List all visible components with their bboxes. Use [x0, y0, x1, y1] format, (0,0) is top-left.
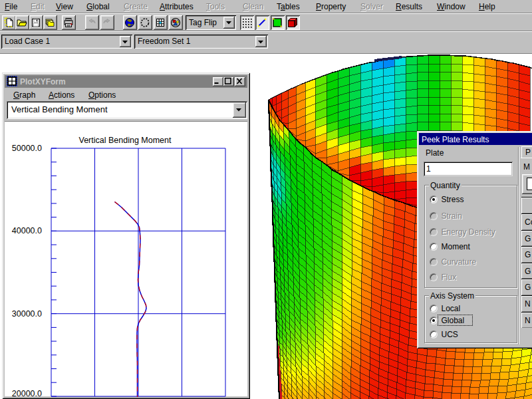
- svg-text:Vertical Bending Moment: Vertical Bending Moment: [79, 136, 172, 145]
- svg-text:30000.0: 30000.0: [12, 309, 42, 319]
- svg-text:20000.0: 20000.0: [12, 389, 42, 397]
- svg-text:50000.0: 50000.0: [12, 144, 42, 153]
- svg-text:40000.0: 40000.0: [12, 226, 42, 235]
